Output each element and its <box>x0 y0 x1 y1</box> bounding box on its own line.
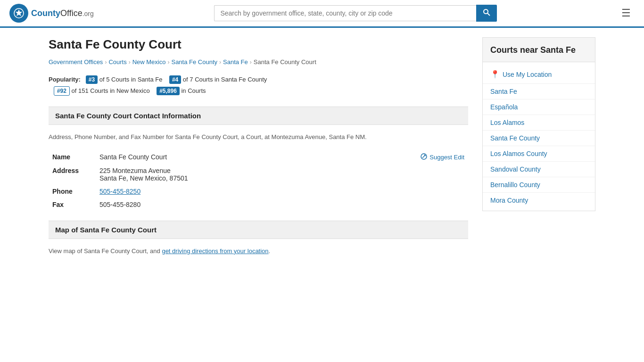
rank1-text: of 5 Courts in Santa Fe <box>99 76 163 83</box>
logo-text: CountyOffice.org <box>31 8 94 18</box>
sidebar-item-santa-fe: Santa Fe <box>483 84 595 99</box>
phone-link[interactable]: 505-455-8250 <box>99 188 140 195</box>
breadcrumb-sep-4: › <box>219 59 221 66</box>
sidebar-link-mora-county[interactable]: Mora County <box>490 197 528 204</box>
suggest-edit-button[interactable]: Suggest Edit <box>421 153 464 161</box>
sidebar-link-los-alamos[interactable]: Los Alamos <box>490 119 524 126</box>
contact-section-header: Santa Fe County Court Contact Informatio… <box>49 107 468 125</box>
logo-icon <box>9 4 28 23</box>
breadcrumb-item-new-mexico[interactable]: New Mexico <box>132 58 166 66</box>
rank3-text: of 151 Courts in New Mexico <box>72 87 150 94</box>
rank3-badge: #92 <box>54 86 70 96</box>
breadcrumb-sep-3: › <box>167 59 169 66</box>
suggest-edit-icon <box>421 153 427 161</box>
svg-line-2 <box>487 13 490 16</box>
rank2-badge: #4 <box>169 75 181 84</box>
name-cell-wrapper: Santa Fe County Court <box>99 153 464 161</box>
main-container: Santa Fe County Court Government Offices… <box>39 28 605 272</box>
sidebar: Courts near Santa Fe 📍 Use My Location S… <box>482 37 595 263</box>
sidebar-item-los-alamos-county: Los Alamos County <box>483 146 595 162</box>
fax-label: Fax <box>49 198 96 211</box>
rank1-badge: #3 <box>86 75 98 84</box>
hamburger-menu-button[interactable]: ☰ <box>618 5 635 21</box>
map-section: Map of Santa Fe County Court View map of… <box>49 221 468 256</box>
sidebar-link-espanola[interactable]: Española <box>490 103 518 111</box>
svg-point-1 <box>484 9 488 14</box>
breadcrumb-item-courts[interactable]: Courts <box>108 58 126 66</box>
use-my-location-item: 📍 Use My Location <box>483 65 595 84</box>
sidebar-item-espanola: Española <box>483 99 595 115</box>
phone-value-cell: 505-455-8250 <box>96 185 468 198</box>
table-row-phone: Phone 505-455-8250 <box>49 185 468 198</box>
page-title: Santa Fe County Court <box>49 37 468 52</box>
popularity-label: Popularity: <box>49 76 81 83</box>
sidebar-link-sandoval-county[interactable]: Sandoval County <box>490 165 541 173</box>
location-pin-icon: 📍 <box>490 70 500 79</box>
logo[interactable]: CountyOffice.org <box>9 4 94 23</box>
breadcrumb-item-santa-fe[interactable]: Santa Fe <box>223 58 248 66</box>
breadcrumb: Government Offices › Courts › New Mexico… <box>49 58 468 66</box>
sidebar-title: Courts near Santa Fe <box>482 37 595 62</box>
map-desc-prefix: View map of Santa Fe County Court, and <box>49 247 162 255</box>
search-input[interactable] <box>214 5 476 21</box>
name-value-cell: Santa Fe County Court <box>96 150 468 164</box>
breadcrumb-item-current: Santa Fe County Court <box>254 58 316 66</box>
rank4-badge: #5,896 <box>157 87 180 95</box>
address-label: Address <box>49 164 96 185</box>
address-line2: Santa Fe, New Mexico, 87501 <box>99 174 464 182</box>
table-row-fax: Fax 505-455-8280 <box>49 198 468 211</box>
driving-directions-link[interactable]: get driving directions from your locatio… <box>162 247 268 255</box>
breadcrumb-sep: › <box>105 59 107 66</box>
rank4-text: in Courts <box>181 87 206 94</box>
address-value: 225 Montezuma Avenue Santa Fe, New Mexic… <box>96 164 468 185</box>
sidebar-item-los-alamos: Los Alamos <box>483 115 595 131</box>
map-description: View map of Santa Fe County Court, and g… <box>49 247 468 256</box>
contact-description: Address, Phone Number, and Fax Number fo… <box>49 132 468 142</box>
breadcrumb-sep-2: › <box>129 59 131 66</box>
content-area: Santa Fe County Court Government Offices… <box>49 37 468 263</box>
map-section-header: Map of Santa Fe County Court <box>49 221 468 239</box>
breadcrumb-item-gov-offices[interactable]: Government Offices <box>49 58 103 66</box>
sidebar-item-sandoval-county: Sandoval County <box>483 162 595 177</box>
table-row-name: Name Santa Fe County Court <box>49 150 468 164</box>
hamburger-icon: ☰ <box>621 7 631 19</box>
address-line1: 225 Montezuma Avenue <box>99 167 464 174</box>
sidebar-item-mora-county: Mora County <box>483 193 595 208</box>
sidebar-link-bernalillo-county[interactable]: Bernalillo County <box>490 181 540 189</box>
contact-section: Santa Fe County Court Contact Informatio… <box>49 107 468 211</box>
name-label: Name <box>49 150 96 164</box>
popularity-section: Popularity: #3 of 5 Courts in Santa Fe #… <box>49 74 468 96</box>
site-header: CountyOffice.org ☰ <box>0 0 644 28</box>
suggest-edit-label: Suggest Edit <box>429 154 464 161</box>
breadcrumb-sep-5: › <box>250 59 252 66</box>
sidebar-item-santa-fe-county: Santa Fe County <box>483 131 595 146</box>
table-row-address: Address 225 Montezuma Avenue Santa Fe, N… <box>49 164 468 185</box>
contact-table: Name Santa Fe County Court <box>49 150 468 211</box>
phone-label: Phone <box>49 185 96 198</box>
map-desc-suffix: . <box>269 247 271 255</box>
sidebar-links: 📍 Use My Location Santa Fe Española Los … <box>482 62 595 211</box>
search-area <box>214 5 497 22</box>
sidebar-link-santa-fe-county[interactable]: Santa Fe County <box>490 134 540 142</box>
rank2-text: of 7 Courts in Santa Fe County <box>183 76 267 83</box>
sidebar-link-santa-fe[interactable]: Santa Fe <box>490 88 517 95</box>
sidebar-link-los-alamos-county[interactable]: Los Alamos County <box>490 150 547 157</box>
breadcrumb-item-santa-fe-county[interactable]: Santa Fe County <box>171 58 217 66</box>
search-button[interactable] <box>476 5 497 22</box>
sidebar-item-bernalillo-county: Bernalillo County <box>483 177 595 193</box>
fax-value: 505-455-8280 <box>96 198 468 211</box>
search-icon <box>483 9 490 17</box>
name-value: Santa Fe County Court <box>99 153 167 161</box>
use-my-location-link[interactable]: Use My Location <box>503 71 552 78</box>
